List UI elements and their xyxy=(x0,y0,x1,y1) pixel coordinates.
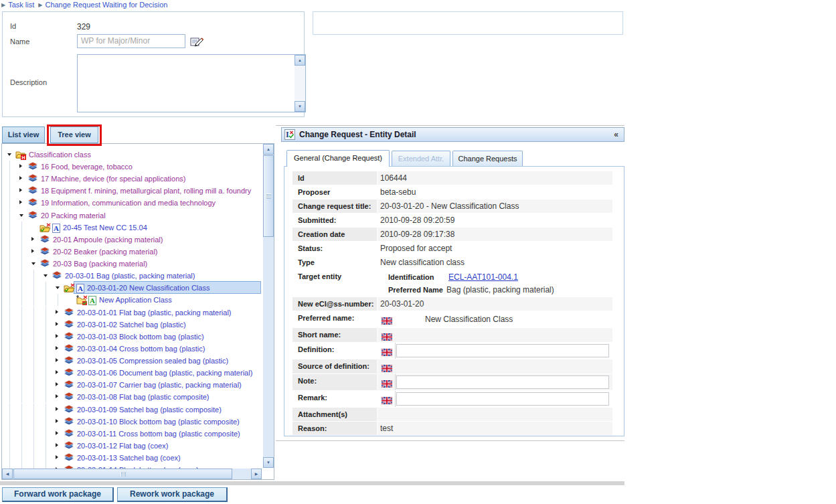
expand-node-icon[interactable] xyxy=(56,310,58,314)
detail-input-definition-[interactable] xyxy=(396,344,609,357)
expand-node-icon[interactable] xyxy=(19,188,22,192)
collapse-node-icon[interactable] xyxy=(56,286,60,289)
tree-item[interactable]: 20-03-01-04 Cross bottom bag (plastic) xyxy=(2,343,274,355)
tree-item[interactable]: 16 Food, beverage, tobacco xyxy=(2,161,274,173)
tree-item-label[interactable]: 17 Machine, device (for special applicat… xyxy=(41,173,185,185)
forward-work-package-button[interactable]: Forward work package xyxy=(2,487,114,502)
scroll-up-icon[interactable]: ▲ xyxy=(295,55,305,66)
tree-vertical-scrollbar[interactable]: ▲▼ xyxy=(263,144,274,468)
tree-item[interactable]: 20-02 Beaker (packing material) xyxy=(2,246,274,258)
tree-item[interactable]: 20-03-01-10 Block bottom bag (plastic co… xyxy=(2,416,274,428)
scroll-right-icon[interactable]: ▶ xyxy=(251,469,262,479)
tree-item[interactable]: 20-03-01-01 Flat bag (plastic, packing m… xyxy=(2,307,274,319)
tree-item[interactable]: 20-03-01 Bag (plastic, packing material) xyxy=(2,270,274,282)
expand-node-icon[interactable] xyxy=(19,200,22,204)
tree-item[interactable]: 20-03-01-11 Cross bottom bag (plastic co… xyxy=(2,428,274,440)
expand-node-icon[interactable] xyxy=(56,370,58,374)
tree-item-label[interactable]: 20-03-01-01 Flat bag (plastic, packing m… xyxy=(77,307,232,319)
tree-horizontal-scrollbar[interactable]: ◀▶ xyxy=(2,469,262,479)
collapse-node-icon[interactable] xyxy=(44,274,48,277)
tree-item-label[interactable]: Classification class xyxy=(29,149,91,161)
detail-tab-extended-attr-[interactable]: Extended Attr. xyxy=(392,151,450,166)
tree-item[interactable]: 20-03-01-12 Flat bag (coex) xyxy=(2,440,274,452)
tree-item-label[interactable]: 20-01 Ampoule (packing material) xyxy=(53,234,163,246)
tree-item-label[interactable]: 16 Food, beverage, tobacco xyxy=(41,161,133,173)
expand-node-icon[interactable] xyxy=(56,322,58,326)
tree-item-label[interactable]: New Application Class xyxy=(99,294,172,306)
expand-node-icon[interactable] xyxy=(56,419,58,423)
edit-name-icon[interactable] xyxy=(190,35,205,50)
detail-input-remark-[interactable] xyxy=(396,392,609,406)
expand-node-icon[interactable] xyxy=(56,431,58,435)
detail-tab-general-change-request-[interactable]: General (Change Request) xyxy=(286,150,390,167)
expand-node-icon[interactable] xyxy=(56,407,58,411)
tree-item[interactable]: 20-03-01-03 Block bottom bag (plastic) xyxy=(2,331,274,343)
expand-node-icon[interactable] xyxy=(19,176,22,180)
tree-item-label[interactable]: 20-03-01-05 Compression sealed bag (plas… xyxy=(77,355,228,367)
tree-item[interactable]: ANew Application Class xyxy=(2,294,274,306)
tree-item[interactable]: HClassification class xyxy=(2,149,274,161)
scroll-up-icon[interactable]: ▲ xyxy=(263,144,274,155)
tree-item[interactable]: 20-03 Bag (packing material) xyxy=(2,258,274,270)
tree-item[interactable]: 20-03-01-09 Satchel bag (plastic composi… xyxy=(2,404,274,416)
tree-item-label[interactable]: 20-45 Test New CC 15.04 xyxy=(63,222,147,234)
tree-item[interactable]: 18 Equipment f. mining, metallurgical pl… xyxy=(2,185,274,197)
scroll-left-icon[interactable]: ◀ xyxy=(2,469,13,479)
expand-node-icon[interactable] xyxy=(56,443,58,447)
breadcrumb-item[interactable]: Change Request Waiting for Decision xyxy=(45,1,167,9)
expand-node-icon[interactable] xyxy=(56,358,58,362)
expand-node-icon[interactable] xyxy=(31,249,34,253)
tree-item[interactable]: 20-03-01-02 Satchel bag (plastic) xyxy=(2,319,274,331)
breadcrumb-item[interactable]: Task list xyxy=(8,1,34,9)
tree-item[interactable]: 20-01 Ampoule (packing material) xyxy=(2,234,274,246)
scroll-down-icon[interactable]: ▼ xyxy=(295,101,305,112)
description-textarea[interactable]: ▲ ▼ xyxy=(77,54,306,112)
tree-item[interactable]: 17 Machine, device (for special applicat… xyxy=(2,173,274,185)
tree-item-label[interactable]: 20 Packing material xyxy=(41,209,106,222)
detail-tab-change-requests[interactable]: Change Requests xyxy=(452,151,523,166)
tree-item-label[interactable]: 19 Information, communication and media … xyxy=(41,197,216,209)
tree-item-label[interactable]: 20-03-01-11 Cross bottom bag (plastic co… xyxy=(77,428,240,440)
tree-item-label[interactable]: 18 Equipment f. mining, metallurgical pl… xyxy=(41,185,251,197)
tree-item[interactable]: 20-03-01-06 Document bag (plastic, packi… xyxy=(2,367,274,379)
tree-item-label[interactable]: 20-03-01-12 Flat bag (coex) xyxy=(77,440,168,452)
tree-item-label[interactable]: 20-03-01-08 Flat bag (plastic composite) xyxy=(77,391,209,403)
collapse-node-icon[interactable] xyxy=(31,262,35,265)
tree-item[interactable]: 20-03-01-07 Carrier bag (plastic, packin… xyxy=(2,379,274,391)
tree-item-label[interactable]: 20-03-01 Bag (plastic, packing material) xyxy=(65,270,195,282)
tree-item[interactable]: 20-03-01-05 Compression sealed bag (plas… xyxy=(2,355,274,367)
tree-item[interactable]: 19 Information, communication and media … xyxy=(2,197,274,209)
rework-work-package-button[interactable]: Rework work package xyxy=(117,487,228,502)
tab-list-view[interactable]: List view xyxy=(2,127,45,143)
tree-item-label[interactable]: 20-03-01-06 Document bag (plastic, packi… xyxy=(77,367,252,379)
tree-item-label[interactable]: 20-03-01-20 New Classification Class xyxy=(87,282,210,294)
expand-node-icon[interactable] xyxy=(56,334,58,338)
tree-item[interactable]: A20-03-01-20 New Classification Class xyxy=(2,282,274,294)
tree-item[interactable]: 20-03-01-13 Satchel bag (coex) xyxy=(2,452,274,464)
identification-link[interactable]: ECL-AAT101-004.1 xyxy=(448,270,518,284)
tree-item[interactable]: A20-45 Test New CC 15.04 xyxy=(2,222,274,234)
tree-item-label[interactable]: 20-03-01-04 Cross bottom bag (plastic) xyxy=(77,343,205,355)
detail-input-note-[interactable] xyxy=(396,375,609,389)
tree-item-label[interactable]: 20-03-01-02 Satchel bag (plastic) xyxy=(77,319,186,331)
tree-item-label[interactable]: 20-03-01-10 Block bottom bag (plastic co… xyxy=(77,416,240,428)
collapse-panel-icon[interactable]: « xyxy=(614,128,618,141)
expand-node-icon[interactable] xyxy=(56,382,58,386)
expand-node-icon[interactable] xyxy=(56,346,58,350)
name-input[interactable]: WP for Major/Minor xyxy=(77,34,185,48)
expand-node-icon[interactable] xyxy=(56,394,58,398)
tree-item-label[interactable]: 20-03-01-09 Satchel bag (plastic composi… xyxy=(77,404,222,416)
tree-item-label[interactable]: 20-02 Beaker (packing material) xyxy=(53,246,158,258)
tree-item[interactable]: 20 Packing material xyxy=(2,209,274,222)
tree-item[interactable]: 20-03-01-08 Flat bag (plastic composite) xyxy=(2,391,274,403)
collapse-node-icon[interactable] xyxy=(19,214,23,217)
collapse-node-icon[interactable] xyxy=(7,153,11,156)
expand-node-icon[interactable] xyxy=(31,237,34,241)
expand-node-icon[interactable] xyxy=(19,164,22,168)
scroll-down-icon[interactable]: ▼ xyxy=(263,457,274,468)
expand-node-icon[interactable] xyxy=(56,455,58,459)
tree-item-label[interactable]: 20-03-01-07 Carrier bag (plastic, packin… xyxy=(77,379,242,391)
tree-item-label[interactable]: 20-03-01-13 Satchel bag (coex) xyxy=(77,452,181,464)
tree-item-label[interactable]: 20-03-01-03 Block bottom bag (plastic) xyxy=(77,331,204,343)
tree-item-label[interactable]: 20-03 Bag (packing material) xyxy=(53,258,147,270)
